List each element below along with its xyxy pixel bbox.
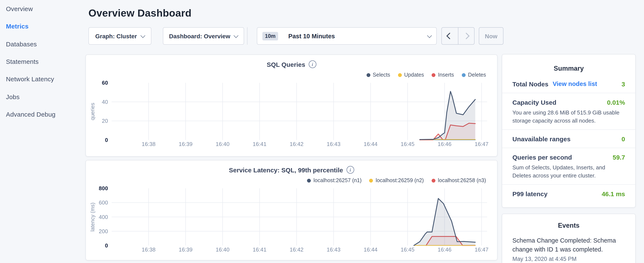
time-step-group xyxy=(442,27,474,45)
events-list: Schema Change Completed: Schema change w… xyxy=(502,229,635,263)
svg-text:16:44: 16:44 xyxy=(364,141,378,147)
svg-text:16:46: 16:46 xyxy=(438,246,451,253)
sidebar-item-network-latency[interactable]: Network Latency xyxy=(0,70,85,88)
chevron-left-icon xyxy=(446,33,453,39)
summary-row-label: Total Nodes xyxy=(512,80,548,87)
summary-row-value: 3 xyxy=(622,80,625,87)
summary-row-p99-latency: P99 latency46.1 ms xyxy=(502,184,635,203)
summary-row-label: Queries per second xyxy=(512,153,572,161)
event-item: Schema Change Completed: Schema change w… xyxy=(502,229,635,263)
svg-text:queries: queries xyxy=(90,103,96,120)
chart-plot-svg[interactable]: 020040060080016:3816:3916:4016:4116:4216… xyxy=(86,160,498,255)
svg-text:16:43: 16:43 xyxy=(326,141,340,147)
summary-row-label: Capacity Used xyxy=(512,99,556,106)
time-window-label: Past 10 Minutes xyxy=(288,33,335,39)
event-time: May 13, 2020 at 4:45 PM xyxy=(512,255,625,263)
view-nodes-link[interactable]: View nodes list xyxy=(552,80,597,87)
summary-row-description: Sum of Selects, Updates, Inserts, and De… xyxy=(512,163,625,180)
svg-text:16:47: 16:47 xyxy=(474,141,488,147)
svg-text:60: 60 xyxy=(102,80,108,86)
summary-row: P99 latency46.1 ms xyxy=(512,189,625,198)
svg-text:600: 600 xyxy=(99,199,108,206)
summary-row-label: P99 latency xyxy=(512,190,548,197)
now-button[interactable]: Now xyxy=(479,27,504,45)
sidebar-item-advanced-debug[interactable]: Advanced Debug xyxy=(0,106,85,123)
summary-row-unavailable-ranges: Unavailable ranges0 xyxy=(502,129,635,148)
svg-text:16:41: 16:41 xyxy=(252,141,266,147)
events-panel: Events Schema Change Completed: Schema c… xyxy=(502,214,636,263)
next-time-button[interactable] xyxy=(458,28,474,44)
chevron-down-icon xyxy=(234,33,239,38)
sidebar-item-statements[interactable]: Statements xyxy=(0,53,85,70)
time-window-badge: 10m xyxy=(262,32,278,40)
svg-text:16:42: 16:42 xyxy=(290,141,304,147)
time-window-selector[interactable]: 10m Past 10 Minutes xyxy=(257,27,437,45)
svg-text:40: 40 xyxy=(102,99,108,105)
svg-text:16:47: 16:47 xyxy=(474,246,488,253)
sidebar-item-metrics[interactable]: Metrics xyxy=(0,18,85,35)
dashboard-dropdown-label: Dashboard: Overview xyxy=(169,33,230,39)
svg-text:0: 0 xyxy=(105,242,108,249)
svg-text:16:38: 16:38 xyxy=(142,246,156,253)
chevron-down-icon xyxy=(140,33,146,38)
summary-row-value: 59.7 xyxy=(613,153,625,161)
summary-row-total-nodes: Total NodesView nodes list3 xyxy=(502,75,635,93)
summary-title: Summary xyxy=(502,55,635,72)
summary-row-value: 46.1 ms xyxy=(602,190,625,197)
svg-text:latency (ms): latency (ms) xyxy=(90,203,96,231)
summary-rows: Total NodesView nodes list3Capacity Used… xyxy=(502,75,635,203)
sql-queries-chart-card: SQL QueriesiSelectsUpdatesInsertsDeletes… xyxy=(86,55,498,157)
summary-row-queries-per-second: Queries per second59.7Sum of Selects, Up… xyxy=(502,148,635,184)
event-text: Schema Change Completed: Schema change w… xyxy=(512,236,625,254)
summary-row: Queries per second59.7 xyxy=(512,153,625,161)
svg-text:400: 400 xyxy=(99,214,108,220)
svg-text:16:45: 16:45 xyxy=(400,246,414,253)
svg-text:16:39: 16:39 xyxy=(178,141,192,147)
svg-text:16:39: 16:39 xyxy=(178,246,192,253)
svg-text:16:43: 16:43 xyxy=(326,246,340,253)
chart-plot-svg[interactable]: 020406016:3816:3916:4016:4116:4216:4316:… xyxy=(86,55,498,149)
svg-text:16:46: 16:46 xyxy=(438,141,451,147)
summary-row-description: You are using 28.6 MiB of 515.9 GiB usab… xyxy=(512,109,625,125)
svg-text:16:44: 16:44 xyxy=(364,246,378,253)
graph-dropdown-label: Graph: Cluster xyxy=(95,33,137,39)
summary-row-value: 0.01% xyxy=(607,99,625,106)
chevron-down-icon xyxy=(427,33,432,38)
svg-text:800: 800 xyxy=(99,185,108,191)
events-title: Events xyxy=(502,214,635,229)
chevron-right-icon xyxy=(463,33,470,39)
summary-row: Unavailable ranges0 xyxy=(512,134,625,143)
summary-row-value: 0 xyxy=(622,135,625,142)
prev-time-button[interactable] xyxy=(442,28,458,44)
svg-text:20: 20 xyxy=(102,118,108,124)
app-root: OverviewMetricsDatabasesStatementsNetwor… xyxy=(0,0,644,263)
svg-text:0: 0 xyxy=(105,137,108,143)
svg-text:16:38: 16:38 xyxy=(142,141,156,147)
svg-text:200: 200 xyxy=(99,228,108,234)
sidebar-item-databases[interactable]: Databases xyxy=(0,35,85,53)
svg-text:16:40: 16:40 xyxy=(216,141,230,147)
svg-text:16:45: 16:45 xyxy=(400,141,414,147)
service-latency-chart-card: Service Latency: SQL, 99th percentileilo… xyxy=(86,160,498,260)
graph-dropdown[interactable]: Graph: Cluster xyxy=(88,27,152,45)
controls-divider xyxy=(247,27,248,45)
summary-row: Total NodesView nodes list3 xyxy=(512,80,625,88)
svg-text:16:40: 16:40 xyxy=(216,246,230,253)
summary-row-label: Unavailable ranges xyxy=(512,135,570,142)
summary-row-capacity-used: Capacity Used0.01%You are using 28.6 MiB… xyxy=(502,93,635,129)
dashboard-dropdown[interactable]: Dashboard: Overview xyxy=(163,27,244,45)
summary-row: Capacity Used0.01% xyxy=(512,98,625,106)
sidebar-item-jobs[interactable]: Jobs xyxy=(0,88,85,106)
page-title: Overview Dashboard xyxy=(88,7,192,19)
sidebar-item-overview[interactable]: Overview xyxy=(0,0,85,18)
summary-panel: Summary Total NodesView nodes list3Capac… xyxy=(502,54,636,208)
svg-text:16:41: 16:41 xyxy=(252,246,266,253)
sidebar-nav: OverviewMetricsDatabasesStatementsNetwor… xyxy=(0,0,85,123)
svg-text:16:42: 16:42 xyxy=(290,246,304,253)
